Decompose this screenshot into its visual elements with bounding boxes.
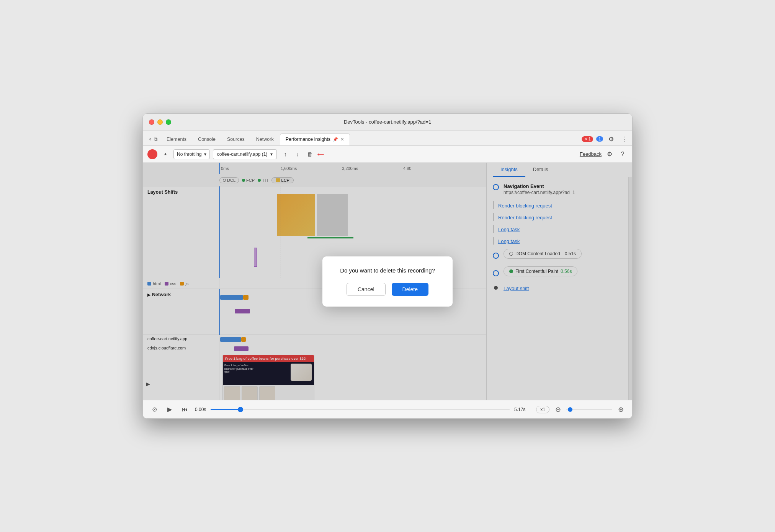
- url-dropdown[interactable]: coffee-cart.netlify.app (1) ▾: [213, 149, 277, 159]
- minimize-button[interactable]: [157, 119, 163, 125]
- error-x-icon: ✕: [584, 137, 587, 142]
- url-chevron-icon: ▾: [270, 152, 273, 157]
- dialog-buttons: Cancel Delete: [336, 283, 439, 296]
- main-content: 0ms 1,600ms 3,200ms 4,80 DCL FCP TTI: [143, 163, 632, 400]
- tab-sources[interactable]: Sources: [222, 133, 250, 145]
- play-button[interactable]: ▶: [164, 404, 175, 415]
- zoom-controls: x1 ⊖ ⊕: [536, 404, 626, 415]
- zoom-slider[interactable]: [566, 409, 612, 410]
- throttling-label: No throttling: [177, 152, 202, 157]
- cancel-button[interactable]: Cancel: [347, 283, 386, 296]
- end-time: 5.17s: [514, 407, 525, 412]
- toolbar-actions: ↑ ↓ 🗑 ←: [280, 148, 326, 160]
- dialog-overlay: Do you want to delete this recording? Ca…: [143, 163, 632, 400]
- delete-button[interactable]: Delete: [392, 283, 428, 296]
- zoom-in-button[interactable]: ⊕: [615, 404, 626, 415]
- dropdown-chevron[interactable]: ▾: [160, 149, 170, 159]
- tab-pin-icon: 📌: [333, 137, 338, 142]
- tab-bar-actions: ✕ 1 1 ⚙ ⋮: [582, 134, 629, 145]
- error-count-badge[interactable]: ✕ 1: [582, 136, 593, 142]
- help-button[interactable]: ?: [618, 149, 628, 159]
- zoom-slider-thumb[interactable]: [568, 407, 572, 412]
- scrubber-thumb[interactable]: [238, 407, 243, 412]
- url-label: coffee-cart.netlify.app (1): [217, 152, 268, 157]
- delete-dialog: Do you want to delete this recording? Ca…: [322, 256, 453, 307]
- zoom-level-badge: x1: [536, 406, 549, 413]
- tab-performance-insights-label: Performance insights: [286, 137, 330, 142]
- tab-console[interactable]: Console: [193, 133, 221, 145]
- skip-to-start-button[interactable]: ⏮: [180, 404, 190, 415]
- zoom-out-button[interactable]: ⊖: [553, 404, 563, 415]
- tab-console-label: Console: [198, 137, 216, 142]
- info-count: 1: [598, 137, 601, 141]
- record-button[interactable]: [147, 149, 157, 159]
- scrubber[interactable]: [211, 409, 510, 410]
- dialog-message: Do you want to delete this recording?: [336, 267, 439, 274]
- traffic-lights: [149, 119, 171, 125]
- info-count-badge[interactable]: 1: [596, 136, 603, 142]
- feedback-link[interactable]: Feedback: [580, 151, 602, 157]
- tab-elements[interactable]: Elements: [161, 133, 192, 145]
- tab-bar: ⌖ ⧉ Elements Console Sources Network Per…: [143, 131, 632, 146]
- upload-button[interactable]: ↑: [280, 149, 291, 160]
- tab-close-icon[interactable]: ✕: [340, 137, 344, 142]
- window-title: DevTools - coffee-cart.netlify.app/?ad=1: [344, 119, 431, 125]
- devtools-window: DevTools - coffee-cart.netlify.app/?ad=1…: [142, 113, 633, 419]
- error-count: 1: [589, 137, 591, 141]
- tab-network[interactable]: Network: [251, 133, 279, 145]
- no-screenshot-button[interactable]: ⊘: [149, 404, 160, 415]
- current-time: 0.00s: [195, 407, 206, 412]
- tab-inspect-mode[interactable]: ⌖ ⧉: [146, 133, 160, 145]
- toolbar-right: Feedback ⚙ ?: [580, 149, 628, 159]
- tab-elements-label: Elements: [167, 137, 186, 142]
- title-bar: DevTools - coffee-cart.netlify.app/?ad=1: [143, 114, 632, 131]
- toolbar: ▾ No throttling ▾ coffee-cart.netlify.ap…: [143, 146, 632, 163]
- scrubber-container: [211, 409, 510, 410]
- close-button[interactable]: [149, 119, 154, 125]
- scrubber-fill: [211, 409, 240, 410]
- layer-icon: ⧉: [154, 137, 157, 142]
- throttling-chevron-icon: ▾: [204, 152, 206, 157]
- more-options-button[interactable]: ⋮: [619, 134, 629, 144]
- bottom-toolbar: ⊘ ▶ ⏮ 0.00s 5.17s x1 ⊖ ⊕: [143, 400, 632, 418]
- settings-icon-button[interactable]: ⚙: [605, 149, 615, 159]
- red-arrow-indicator: ←: [315, 148, 326, 160]
- download-button[interactable]: ↓: [292, 149, 303, 160]
- tab-network-label: Network: [256, 137, 274, 142]
- maximize-button[interactable]: [166, 119, 171, 125]
- settings-button[interactable]: ⚙: [606, 134, 616, 144]
- tab-sources-label: Sources: [227, 137, 245, 142]
- tab-performance-insights[interactable]: Performance insights 📌 ✕: [280, 133, 350, 145]
- inspect-icon: ⌖: [149, 137, 152, 142]
- delete-button[interactable]: 🗑: [304, 149, 315, 160]
- throttling-dropdown[interactable]: No throttling ▾: [173, 149, 210, 159]
